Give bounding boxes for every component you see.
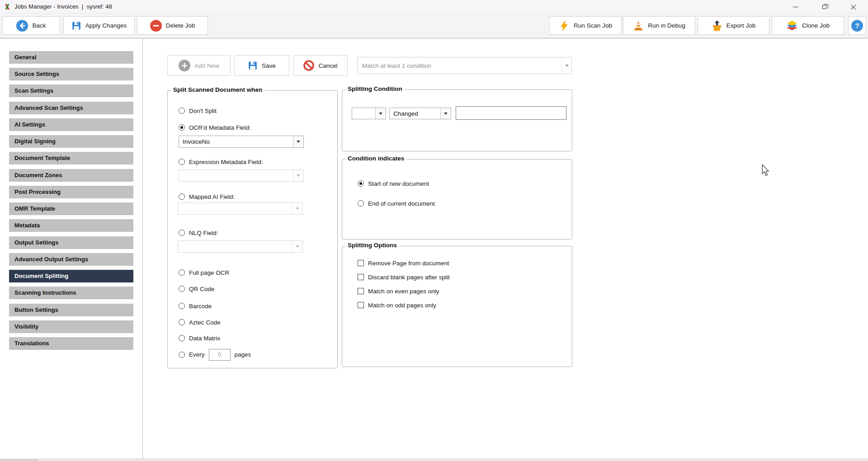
sidebar-item-post-processing[interactable]: Post Processing <box>9 186 133 198</box>
radio-icon[interactable] <box>179 159 185 165</box>
lightning-bolt-icon <box>559 20 570 31</box>
add-new-label: Add New <box>194 62 219 69</box>
radio-label: Data Matrix <box>189 335 220 342</box>
cancel-button[interactable]: Cancel <box>293 55 348 76</box>
minimize-button[interactable] <box>785 0 806 14</box>
radio-icon[interactable] <box>179 230 185 236</box>
radio-end-of-current-document[interactable]: End of current document <box>358 199 435 208</box>
checkbox-discard-blank-pages[interactable]: Discard blank pages after split <box>358 273 450 282</box>
back-button[interactable]: Back <box>2 16 60 35</box>
sidebar-item-advanced-scan-settings[interactable]: Advanced Scan Settings <box>9 102 133 114</box>
help-button[interactable]: ? <box>848 16 866 35</box>
maximize-button[interactable] <box>814 0 835 14</box>
sidebar-item-metadata[interactable]: Metadata <box>9 219 133 232</box>
radio-icon[interactable] <box>179 319 185 325</box>
export-job-label: Export Job <box>726 22 756 29</box>
close-button[interactable] <box>843 0 863 14</box>
radio-label: QR Code <box>189 286 214 292</box>
radio-start-of-new-document[interactable]: Start of new document <box>358 179 429 188</box>
checkbox-label: Remove Page from document <box>368 260 449 267</box>
radio-nlq-field[interactable]: NLQ Field: <box>179 228 218 237</box>
delete-job-button[interactable]: Delete Job <box>137 16 208 35</box>
add-new-button[interactable]: Add New <box>167 55 231 76</box>
expression-metadata-field-select <box>179 169 304 182</box>
radio-label: Mapped AI Field: <box>189 193 235 200</box>
sidebar-item-scan-settings[interactable]: Scan Settings <box>9 85 133 97</box>
radio-icon[interactable] <box>179 269 185 276</box>
save-button[interactable]: Save <box>234 55 289 76</box>
run-in-debug-button[interactable]: Run in Debug <box>623 16 695 35</box>
ocrd-metadata-field-select[interactable]: InvoiceNo <box>179 136 304 148</box>
apply-changes-button[interactable]: Apply Changes <box>63 16 135 35</box>
radio-icon[interactable] <box>358 200 364 207</box>
split-when-group: Split Scanned Document when Don't Split … <box>167 90 338 368</box>
restore-icon <box>822 5 826 9</box>
split-when-title: Split Scanned Document when <box>171 86 264 93</box>
condition-operator-select[interactable]: Changed <box>389 108 451 119</box>
chevron-down-icon[interactable] <box>375 108 386 119</box>
radio-data-matrix[interactable]: Data Matrix <box>179 334 220 343</box>
export-job-button[interactable]: Export Job <box>698 16 769 35</box>
radio-mapped-ai-field[interactable]: Mapped AI Field: <box>179 192 235 201</box>
radio-icon[interactable] <box>179 193 185 200</box>
toolbar: Back Apply Changes Delete Job Run Scan J… <box>0 14 868 38</box>
save-label: Save <box>262 62 276 69</box>
box-arrow-up-icon <box>712 20 722 31</box>
checkbox-icon[interactable] <box>358 302 364 308</box>
sidebar-item-source-settings[interactable]: Source Settings <box>9 68 133 80</box>
radio-barcode[interactable]: Barcode <box>179 301 212 310</box>
sidebar-item-output-settings[interactable]: Output Settings <box>9 236 133 249</box>
checkbox-icon[interactable] <box>358 274 364 280</box>
checkbox-match-even-pages[interactable]: Match on even pages only <box>358 287 439 296</box>
radio-ocrd-metadata-field[interactable]: OCR'd Metadata Field: <box>179 123 251 132</box>
match-condition-select[interactable]: Match at least 1 condition <box>357 57 572 74</box>
chevron-down-icon[interactable] <box>440 108 451 119</box>
radio-icon-selected[interactable] <box>358 180 364 187</box>
sidebar-item-general[interactable]: General <box>9 51 133 64</box>
radio-icon[interactable] <box>179 108 185 114</box>
apply-changes-label: Apply Changes <box>85 22 127 29</box>
radio-icon[interactable] <box>179 286 185 292</box>
radio-label: Full page OCR <box>189 269 229 276</box>
chevron-down-icon[interactable] <box>293 136 303 147</box>
sidebar-item-advanced-output-settings[interactable]: Advanced Output Settings <box>9 253 133 266</box>
checkbox-icon[interactable] <box>358 260 364 266</box>
condition-field-select[interactable] <box>352 108 386 119</box>
clone-job-label: Clone Job <box>802 22 830 29</box>
sidebar-item-visibility[interactable]: Visibility <box>9 320 133 333</box>
sidebar-item-button-settings[interactable]: Button Settings <box>9 304 133 316</box>
sidebar-item-ai-settings[interactable]: AI Settings <box>9 118 133 131</box>
sidebar-item-translations[interactable]: Translations <box>9 337 133 350</box>
pages-label: pages <box>235 351 251 358</box>
radio-expression-metadata-field[interactable]: Expression Metadata Field: <box>179 157 263 166</box>
radio-icon[interactable] <box>179 303 185 309</box>
checkbox-remove-page[interactable]: Remove Page from document <box>358 259 449 268</box>
radio-icon[interactable] <box>179 352 185 358</box>
condition-value-input[interactable] <box>456 106 566 120</box>
radio-full-page-ocr[interactable]: Full page OCR <box>179 268 229 277</box>
condition-indicates-title: Condition indicates <box>345 155 406 162</box>
checkbox-label: Discard blank pages after split <box>368 274 450 281</box>
chevron-down-icon <box>293 170 303 181</box>
checkbox-match-odd-pages[interactable]: Match on odd pages only <box>358 301 436 310</box>
radio-every-pages[interactable]: Every pages <box>179 348 251 361</box>
sidebar-item-scanning-instructions[interactable]: Scanning Instructions <box>9 287 133 299</box>
checkbox-icon[interactable] <box>358 288 364 294</box>
sidebar-item-document-template[interactable]: Document Template <box>9 152 133 165</box>
run-scan-job-button[interactable]: Run Scan Job <box>549 16 622 35</box>
sidebar-item-document-zones[interactable]: Document Zones <box>9 169 133 182</box>
help-icon: ? <box>851 20 863 32</box>
radio-qr-code[interactable]: QR Code <box>179 284 214 293</box>
run-in-debug-label: Run in Debug <box>648 22 685 29</box>
sidebar-item-digital-signing[interactable]: Digital Signing <box>9 135 133 148</box>
radio-label: OCR'd Metadata Field: <box>189 124 251 131</box>
sidebar-item-document-splitting[interactable]: Document Splitting <box>9 270 133 282</box>
every-pages-input[interactable] <box>209 349 231 361</box>
sidebar-item-omr-template[interactable]: OMR Template <box>9 202 133 215</box>
radio-icon-selected[interactable] <box>179 124 185 131</box>
clone-job-button[interactable]: Clone Job <box>772 16 844 35</box>
radio-icon[interactable] <box>179 335 185 341</box>
radio-aztec-code[interactable]: Aztec Code <box>179 318 221 327</box>
radio-label: Barcode <box>189 303 212 310</box>
radio-dont-split[interactable]: Don't Split <box>179 106 217 115</box>
